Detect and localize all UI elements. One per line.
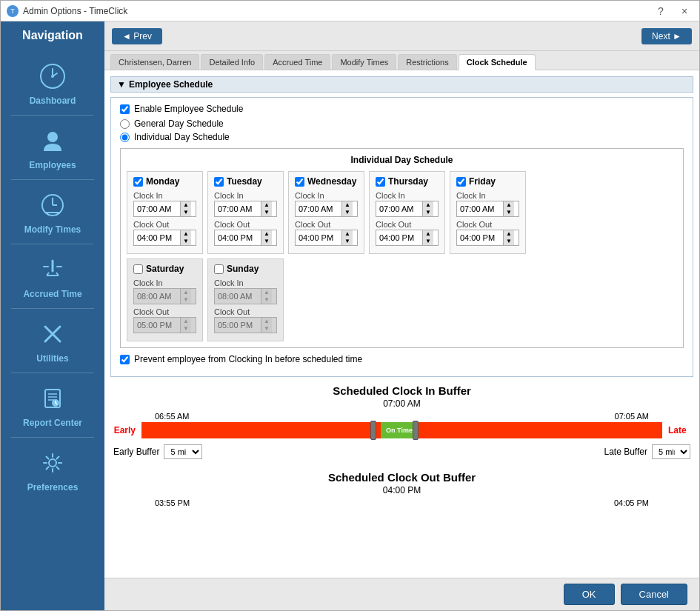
clock-out-up-thursday[interactable]: ▲ (423, 230, 433, 238)
clock-in-input-wrap-monday: ▲ ▼ (133, 201, 196, 217)
prevent-early-checkbox[interactable] (120, 355, 130, 364)
day-label-tuesday: Tuesday (227, 176, 262, 187)
tab-modify-times[interactable]: Modify Times (332, 54, 396, 70)
tab-christensen[interactable]: Christensen, Darren (110, 54, 199, 70)
individual-day-radio-row: Individual Day Schedule (120, 132, 684, 142)
sidebar-item-accrued-time[interactable]: Accrued Time (1, 246, 104, 307)
clock-in-down-friday[interactable]: ▼ (504, 209, 514, 216)
clock-in-spinner-sunday: ▲ ▼ (261, 289, 272, 304)
day-checkbox-tuesday[interactable] (214, 177, 224, 187)
clock-out-down-monday[interactable]: ▼ (181, 238, 191, 245)
tab-accrued-time[interactable]: Accrued Time (264, 54, 330, 70)
clock-out-input-tuesday[interactable] (215, 230, 261, 245)
sidebar-item-report-center[interactable]: Report Center (1, 375, 104, 435)
clock-in-label-monday: Clock In (133, 191, 196, 200)
clock-out-spinner-thursday: ▲ ▼ (422, 230, 433, 245)
tab-restrictions[interactable]: Restrictions (398, 54, 456, 70)
clock-out-up-monday[interactable]: ▲ (181, 230, 191, 238)
svg-point-1 (51, 75, 54, 78)
clock-in-up-thursday[interactable]: ▲ (423, 201, 433, 209)
clock-out-up-wednesday[interactable]: ▲ (342, 230, 353, 238)
tab-detailed-info[interactable]: Detailed Info (201, 54, 263, 70)
clock-in-input-sunday (215, 289, 261, 304)
section-collapse-icon: ▼ (117, 79, 126, 90)
sidebar-item-utilities[interactable]: Utilities (1, 310, 104, 371)
clock-out-label-sunday: Clock Out (214, 307, 277, 316)
general-day-label[interactable]: General Day Schedule (134, 118, 224, 129)
clock-out-up-tuesday[interactable]: ▲ (261, 230, 272, 238)
help-button[interactable]: ? (652, 4, 670, 19)
modify-times-icon (36, 189, 69, 221)
next-button[interactable]: Next ► (641, 28, 692, 44)
clock-in-down-wednesday[interactable]: ▼ (342, 209, 353, 216)
clock-in-spinner-friday: ▲ ▼ (503, 201, 514, 216)
late-handle[interactable] (413, 421, 419, 440)
sidebar-item-modify-times[interactable]: Modify Times (1, 181, 104, 242)
prev-button[interactable]: ◄ Prev (112, 28, 162, 44)
sidebar-item-employees[interactable]: Employees (1, 117, 104, 178)
ok-button[interactable]: OK (564, 584, 615, 605)
sidebar-item-preferences[interactable]: Preferences (1, 439, 104, 500)
clock-out-input-thursday[interactable] (376, 230, 422, 245)
tab-clock-schedule[interactable]: Clock Schedule (459, 54, 536, 70)
clock-out-down-friday[interactable]: ▼ (504, 238, 514, 245)
clock-in-up-tuesday[interactable]: ▲ (261, 201, 272, 209)
clock-in-label-thursday: Clock In (376, 191, 439, 200)
clock-out-up-friday[interactable]: ▲ (504, 230, 514, 238)
day-checkbox-sunday[interactable] (214, 264, 224, 274)
clock-in-input-wednesday[interactable] (296, 201, 341, 216)
enable-schedule-checkbox[interactable] (120, 104, 130, 114)
day-checkbox-monday[interactable] (133, 177, 143, 187)
clock-in-buffer-section: Scheduled Clock In Buffer 07:00 AM 06:55… (110, 384, 693, 459)
clock-in-scheduled-time: 07:00 AM (110, 398, 693, 409)
clock-out-label-saturday: Clock Out (133, 307, 196, 316)
clock-in-input-tuesday[interactable] (215, 201, 261, 216)
clock-in-input-wrap-wednesday: ▲ ▼ (295, 201, 358, 217)
clock-out-label-wednesday: Clock Out (295, 220, 358, 229)
sidebar: Navigation Dashboard (1, 21, 104, 610)
enable-schedule-label[interactable]: Enable Employee Schedule (134, 104, 243, 114)
clock-out-input-wednesday[interactable] (296, 230, 341, 245)
clock-in-input-thursday[interactable] (376, 201, 422, 216)
employee-schedule-section-header: ▼ Employee Schedule (110, 76, 693, 93)
early-buffer-label: Early Buffer (113, 447, 159, 457)
clock-out-input-friday[interactable] (457, 230, 503, 245)
early-handle[interactable] (370, 421, 376, 440)
utilities-icon (36, 318, 69, 350)
clock-in-up-monday[interactable]: ▲ (181, 201, 191, 209)
cancel-button[interactable]: Cancel (621, 584, 687, 605)
clock-in-input-monday[interactable] (134, 201, 180, 216)
clock-in-down-monday[interactable]: ▼ (181, 209, 191, 216)
clock-in-up-wednesday[interactable]: ▲ (342, 201, 353, 209)
prevent-early-label[interactable]: Prevent employee from Clocking In before… (134, 354, 362, 364)
general-day-radio[interactable] (120, 119, 130, 129)
clock-in-up-friday[interactable]: ▲ (504, 201, 514, 209)
late-buffer-select[interactable]: 5 min 10 min 15 min 30 min (653, 445, 690, 458)
day-label-sunday: Sunday (227, 264, 259, 274)
day-checkbox-wednesday[interactable] (295, 177, 304, 187)
clock-out-label-friday: Clock Out (456, 220, 519, 229)
clock-out-label-monday: Clock Out (133, 220, 196, 229)
clock-out-input-monday[interactable] (134, 230, 180, 245)
late-zone (418, 422, 662, 438)
clock-in-down-tuesday[interactable]: ▼ (261, 209, 272, 216)
day-label-friday: Friday (469, 176, 496, 187)
buffer-settings-row: Early Buffer 5 min 10 min 15 min 30 min (110, 444, 693, 459)
buffer-bar-container: On Time (141, 422, 662, 438)
clock-out-down-thursday[interactable]: ▼ (423, 238, 433, 245)
close-button[interactable]: × (676, 4, 693, 19)
clock-in-input-friday[interactable] (457, 201, 503, 216)
clock-out-down-wednesday[interactable]: ▼ (342, 238, 353, 245)
late-buffer-label: Late Buffer (604, 447, 648, 457)
early-buffer-select[interactable]: 5 min 10 min 15 min 30 min (164, 445, 201, 458)
individual-day-label[interactable]: Individual Day Schedule (134, 132, 230, 142)
day-header-thursday: Thursday (376, 176, 439, 187)
sidebar-item-dashboard[interactable]: Dashboard (1, 53, 104, 113)
day-checkbox-friday[interactable] (456, 177, 466, 187)
clock-out-down-tuesday[interactable]: ▼ (261, 238, 272, 245)
clock-in-down-thursday[interactable]: ▼ (423, 209, 433, 216)
day-checkbox-thursday[interactable] (376, 177, 385, 187)
clock-out-label-thursday: Clock Out (376, 220, 439, 229)
day-checkbox-saturday[interactable] (133, 264, 143, 274)
individual-day-radio[interactable] (120, 133, 130, 142)
